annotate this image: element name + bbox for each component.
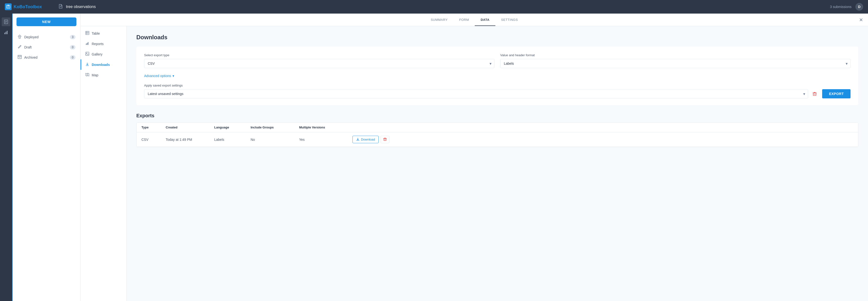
downloads-icon [85, 62, 89, 67]
header-right: 3 submissions D [830, 3, 863, 11]
main-panel: Downloads Select export type CSV XLS XLS… [127, 26, 868, 301]
logo-text: KoBoToolbox [13, 4, 42, 9]
download-button[interactable]: Download [352, 136, 379, 143]
inner-nav-map[interactable]: Map [81, 70, 126, 80]
svg-rect-12 [7, 31, 7, 34]
export-type-row: Select export type CSV XLS XLSX KML GeoJ… [144, 53, 850, 68]
cell-actions: Download [352, 136, 853, 143]
inner-nav-label-gallery: Gallery [92, 52, 102, 56]
apply-settings-label: Apply saved export settings [144, 83, 819, 87]
form-title-area: tree observations [53, 4, 830, 10]
map-icon [85, 73, 89, 77]
svg-marker-27 [86, 73, 89, 76]
close-button[interactable]: ✕ [859, 17, 863, 23]
nav-label-draft: Draft [24, 45, 67, 49]
table-row: CSV Today at 1:49 PM Labels No Yes [136, 132, 858, 147]
table-icon [85, 31, 89, 36]
apply-settings-select-wrapper: Latest unsaved settings [144, 89, 808, 98]
archived-icon [18, 55, 22, 60]
inner-nav-table[interactable]: Table [81, 28, 126, 38]
nav-label-deployed: Deployed [24, 35, 67, 39]
nav-item-deployed[interactable]: Deployed 3 [12, 32, 80, 42]
delete-settings-button[interactable] [810, 89, 819, 98]
cell-created: Today at 1:49 PM [166, 138, 214, 141]
page-title: Downloads [136, 34, 858, 41]
cell-include-groups: No [251, 138, 299, 141]
nav-count-archived: 0 [70, 55, 75, 60]
download-label: Download [361, 138, 375, 141]
svg-rect-21 [86, 44, 87, 45]
svg-rect-10 [4, 33, 5, 34]
nav-item-archived[interactable]: Archived 0 [12, 52, 80, 63]
value-header-select[interactable]: Labels XML values and headers [500, 59, 850, 68]
inner-nav-downloads[interactable]: Downloads [81, 59, 126, 70]
tab-form[interactable]: FORM [454, 14, 475, 26]
export-type-group: Select export type CSV XLS XLSX KML GeoJ… [144, 53, 494, 68]
inner-nav-label-table: Table [92, 32, 100, 35]
nav-count-deployed: 3 [70, 35, 75, 39]
gallery-icon [85, 52, 89, 57]
chevron-down-icon: ▾ [173, 74, 174, 78]
draft-icon [18, 44, 22, 50]
export-type-select[interactable]: CSV XLS XLSX KML GeoJSON SPSS [144, 59, 494, 68]
svg-rect-22 [87, 43, 88, 45]
cell-type: CSV [142, 138, 166, 141]
nav-item-draft[interactable]: Draft 0 [12, 42, 80, 52]
svg-rect-23 [88, 42, 89, 45]
inner-nav-label-downloads: Downloads [92, 63, 110, 67]
cell-multiple-versions: Yes [299, 138, 352, 141]
export-type-label: Select export type [144, 53, 494, 57]
tab-settings[interactable]: SETTINGS [495, 14, 524, 26]
svg-rect-13 [19, 37, 20, 38]
nav-count-draft: 0 [70, 45, 75, 49]
col-header-groups: Include Groups [251, 126, 299, 129]
submissions-count: 3 submissions [830, 5, 851, 9]
svg-point-25 [86, 53, 87, 54]
inner-nav-reports[interactable]: Reports [81, 38, 126, 49]
value-header-label: Value and header format [500, 53, 850, 57]
main-layout: NEW Deployed 3 Draft 0 [0, 13, 868, 301]
apply-settings-controls: Latest unsaved settings [144, 89, 819, 98]
inner-nav-label-reports: Reports [92, 42, 103, 46]
inner-nav-gallery[interactable]: Gallery [81, 49, 126, 59]
icon-sidebar [0, 13, 12, 301]
reports-icon [85, 41, 89, 46]
form-title-icon [58, 4, 63, 10]
apply-settings-row: Apply saved export settings Latest unsav… [144, 83, 850, 98]
tab-summary[interactable]: SUMMARY [425, 14, 454, 26]
col-header-created: Created [166, 126, 214, 129]
apply-settings-select[interactable]: Latest unsaved settings [144, 89, 808, 98]
form-title: tree observations [66, 5, 96, 9]
user-avatar[interactable]: D [856, 3, 863, 11]
inner-nav-label-map: Map [92, 73, 98, 77]
value-header-group: Value and header format Labels XML value… [500, 53, 850, 68]
svg-rect-30 [813, 93, 816, 96]
tab-bar: SUMMARY FORM DATA SETTINGS ✕ [81, 13, 868, 26]
apply-settings-group: Apply saved export settings Latest unsav… [144, 83, 819, 98]
top-header: KoBoToolbox tree observations 3 submissi… [0, 0, 868, 13]
sidebar-icon-analytics[interactable] [2, 28, 10, 37]
col-header-language: Language [214, 126, 251, 129]
sidebar-icon-forms[interactable] [2, 18, 10, 26]
nav-section: Deployed 3 Draft 0 [12, 30, 80, 64]
inner-layout: Table Reports [81, 26, 868, 301]
advanced-options-label: Advanced options [144, 74, 171, 78]
new-button[interactable]: NEW [17, 18, 76, 26]
export-button[interactable]: EXPORT [822, 89, 850, 98]
col-header-versions: Multiple Versions [299, 126, 352, 129]
app-icon [5, 3, 12, 10]
exports-title: Exports [136, 113, 858, 119]
advanced-options-toggle[interactable]: Advanced options ▾ [144, 74, 174, 78]
nav-label-archived: Archived [24, 56, 67, 59]
tab-data[interactable]: DATA [475, 14, 495, 26]
svg-rect-1 [7, 5, 9, 6]
tab-bar-tabs: SUMMARY FORM DATA SETTINGS [85, 14, 863, 26]
svg-rect-17 [86, 31, 89, 35]
table-header: Type Created Language Include Groups Mul… [136, 123, 858, 132]
table-delete-button[interactable] [381, 136, 390, 143]
cell-language: Labels [214, 138, 251, 141]
content-area: SUMMARY FORM DATA SETTINGS ✕ [81, 13, 868, 301]
export-card: Select export type CSV XLS XLSX KML GeoJ… [136, 46, 858, 105]
value-header-select-wrapper: Labels XML values and headers [500, 59, 850, 68]
svg-rect-35 [384, 138, 386, 140]
